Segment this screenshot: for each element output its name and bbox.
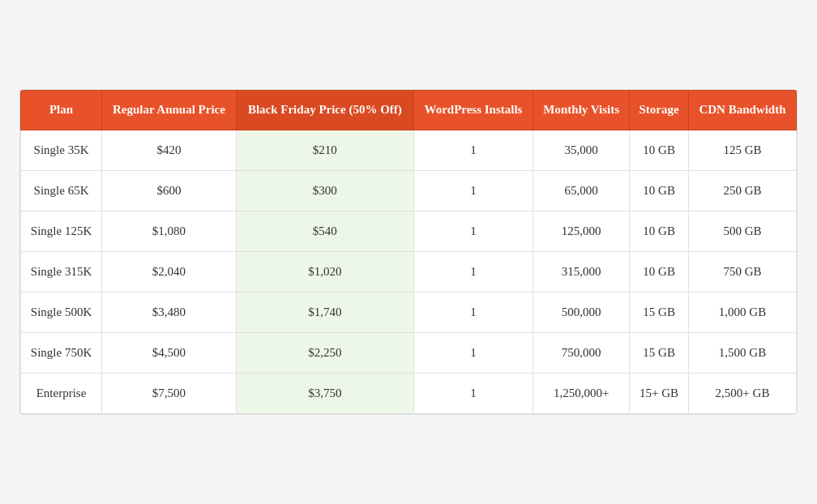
cell-cdn-bandwidth: 500 GB xyxy=(689,211,797,251)
cell-plan: Single 125K xyxy=(21,211,102,251)
cell-regular-price: $420 xyxy=(102,130,237,170)
cell-regular-price: $600 xyxy=(102,170,237,211)
table-row: Single 35K$420$210135,00010 GB125 GB xyxy=(21,130,797,170)
cell-plan: Enterprise xyxy=(21,373,102,413)
table-row: Single 500K$3,480$1,7401500,00015 GB1,00… xyxy=(21,292,797,332)
cell-storage: 10 GB xyxy=(630,211,689,251)
cell-regular-price: $3,480 xyxy=(102,292,237,332)
cell-monthly-visits: 1,250,000+ xyxy=(533,373,630,413)
cell-cdn-bandwidth: 750 GB xyxy=(689,251,797,292)
cell-plan: Single 65K xyxy=(21,170,102,211)
header-storage: Storage xyxy=(630,91,689,130)
pricing-table: Plan Regular Annual Price Black Friday P… xyxy=(20,90,797,414)
table-row: Single 750K$4,500$2,2501750,00015 GB1,50… xyxy=(21,332,797,373)
cell-monthly-visits: 125,000 xyxy=(533,211,630,251)
table-row: Single 125K$1,080$5401125,00010 GB500 GB xyxy=(21,211,797,251)
cell-cdn-bandwidth: 1,000 GB xyxy=(689,292,797,332)
cell-plan: Single 750K xyxy=(21,332,102,373)
cell-wp-installs: 1 xyxy=(413,332,533,373)
cell-black-friday-price: $3,750 xyxy=(236,373,413,413)
cell-black-friday-price: $1,020 xyxy=(236,251,413,292)
cell-wp-installs: 1 xyxy=(413,130,533,170)
header-wp-installs: WordPress Installs xyxy=(413,91,533,130)
cell-cdn-bandwidth: 125 GB xyxy=(689,130,797,170)
cell-regular-price: $7,500 xyxy=(102,373,237,413)
cell-black-friday-price: $540 xyxy=(236,211,413,251)
cell-plan: Single 35K xyxy=(21,130,102,170)
cell-monthly-visits: 35,000 xyxy=(533,130,630,170)
cell-wp-installs: 1 xyxy=(413,373,533,413)
header-plan: Plan xyxy=(21,91,102,130)
cell-storage: 15+ GB xyxy=(630,373,689,413)
cell-cdn-bandwidth: 2,500+ GB xyxy=(689,373,797,413)
cell-cdn-bandwidth: 250 GB xyxy=(689,170,797,211)
cell-plan: Single 500K xyxy=(21,292,102,332)
cell-wp-installs: 1 xyxy=(413,170,533,211)
header-monthly-visits: Monthly Visits xyxy=(533,91,630,130)
table-header-row: Plan Regular Annual Price Black Friday P… xyxy=(21,91,797,130)
cell-storage: 10 GB xyxy=(630,170,689,211)
cell-black-friday-price: $300 xyxy=(236,170,413,211)
cell-black-friday-price: $2,250 xyxy=(236,332,413,373)
pricing-table-wrapper: Plan Regular Annual Price Black Friday P… xyxy=(19,89,798,415)
cell-storage: 15 GB xyxy=(630,292,689,332)
cell-monthly-visits: 65,000 xyxy=(533,170,630,211)
cell-black-friday-price: $210 xyxy=(236,130,413,170)
cell-regular-price: $2,040 xyxy=(102,251,237,292)
cell-monthly-visits: 315,000 xyxy=(533,251,630,292)
cell-wp-installs: 1 xyxy=(413,211,533,251)
table-row: Single 315K$2,040$1,0201315,00010 GB750 … xyxy=(21,251,797,292)
header-black-friday-price: Black Friday Price (50% Off) xyxy=(236,91,413,130)
cell-wp-installs: 1 xyxy=(413,292,533,332)
cell-black-friday-price: $1,740 xyxy=(236,292,413,332)
cell-storage: 10 GB xyxy=(630,130,689,170)
cell-storage: 15 GB xyxy=(630,332,689,373)
cell-plan: Single 315K xyxy=(21,251,102,292)
header-regular-price: Regular Annual Price xyxy=(102,91,237,130)
cell-cdn-bandwidth: 1,500 GB xyxy=(689,332,797,373)
cell-monthly-visits: 750,000 xyxy=(533,332,630,373)
cell-wp-installs: 1 xyxy=(413,251,533,292)
cell-regular-price: $1,080 xyxy=(102,211,237,251)
cell-monthly-visits: 500,000 xyxy=(533,292,630,332)
cell-regular-price: $4,500 xyxy=(102,332,237,373)
table-row: Enterprise$7,500$3,75011,250,000+15+ GB2… xyxy=(21,373,797,413)
cell-storage: 10 GB xyxy=(630,251,689,292)
table-row: Single 65K$600$300165,00010 GB250 GB xyxy=(21,170,797,211)
header-cdn-bandwidth: CDN Bandwidth xyxy=(689,91,797,130)
